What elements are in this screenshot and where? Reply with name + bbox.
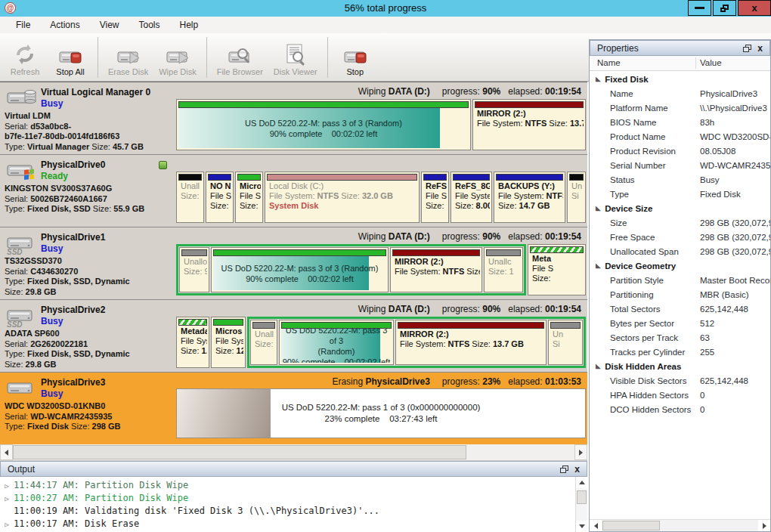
- property-row-partition-style[interactable]: Partition StyleMaster Boot Recor: [590, 273, 770, 287]
- erase-disk-button[interactable]: Erase Disk: [103, 37, 153, 78]
- partition-wipe-progress[interactable]: US DoD 5220.22-M: pass 3 of 3(Random)90%…: [279, 320, 394, 365]
- output-close-icon[interactable]: x: [574, 466, 580, 473]
- property-group-device-geometry[interactable]: ◢Device Geometry: [590, 258, 770, 273]
- partition-backups-y[interactable]: BACKUPS (Y:)File System: NTFSSize: 14.7 …: [494, 172, 565, 223]
- expand-arrow-icon[interactable]: ▷: [0, 480, 14, 493]
- output-log-line[interactable]: ▷11:00:17 AM: Disk Erase: [0, 518, 575, 530]
- output-vscroll-thumb[interactable]: [577, 490, 587, 504]
- menu-tools[interactable]: Tools: [129, 18, 170, 32]
- properties-float-icon[interactable]: [743, 45, 751, 52]
- output-float-icon[interactable]: [560, 466, 568, 473]
- disk-row-physicaldrive1[interactable]: SSDPhysicalDrive1BusyTS32GSSD370Serial: …: [0, 227, 587, 300]
- scroll-left-button[interactable]: [0, 444, 13, 460]
- output-log-line[interactable]: 11:00:19 AM: Validating disk 'Fixed Disk…: [0, 505, 575, 518]
- stop-all-button[interactable]: Stop All: [48, 37, 93, 78]
- properties-close-icon[interactable]: x: [757, 45, 763, 52]
- erase-progress-box[interactable]: US DoD 5220.22-M: pass 1 of 3 (0x0000000…: [176, 388, 586, 438]
- property-row-product-revision[interactable]: Product Revision08.05J08: [590, 144, 770, 158]
- menu-help[interactable]: Help: [170, 18, 209, 32]
- restore-button[interactable]: [713, 0, 736, 16]
- property-row-type[interactable]: TypeFixed Disk: [590, 187, 770, 201]
- property-row-bytes-per-sector[interactable]: Bytes per Sector512: [590, 316, 770, 330]
- property-row-tracks-per-cylinder[interactable]: Tracks per Cylinder255: [590, 345, 770, 359]
- close-button[interactable]: x: [738, 0, 771, 16]
- file-browser-button[interactable]: File Browser: [212, 37, 268, 78]
- disk-row-physicaldrive2[interactable]: SSDPhysicalDrive2BusyADATA SP600Serial: …: [0, 300, 587, 373]
- property-row-free-space[interactable]: Free Space298 GB (320,072,93: [590, 230, 770, 244]
- partition-unallc[interactable]: UnallcSize: 1: [484, 247, 523, 292]
- partition-wipe-progress[interactable]: US DoD 5220.22-M: pass 3 of 3 (Random)90…: [211, 247, 389, 292]
- menu-actions[interactable]: Actions: [40, 18, 89, 32]
- props-scroll-left-button[interactable]: [590, 520, 602, 531]
- partition-wipe-progress[interactable]: US DoD 5220.22-M: pass 3 of 3 (Random)90…: [176, 99, 471, 150]
- partition-meta[interactable]: MetaFile SSize:: [528, 244, 586, 295]
- disk-viewer-button[interactable]: Disk Viewer: [268, 37, 323, 78]
- partition-unall[interactable]: UnallSize:: [176, 172, 204, 223]
- menu-file[interactable]: File: [6, 18, 40, 32]
- expand-arrow-icon[interactable]: ▷: [0, 493, 14, 506]
- partition-type-bar: [423, 174, 447, 181]
- partition-unallo[interactable]: UnalloSize: 9: [179, 247, 209, 292]
- hscroll-thumb[interactable]: [13, 445, 466, 459]
- column-header-name[interactable]: Name: [597, 58, 621, 67]
- partition-un[interactable]: UnSi: [548, 320, 583, 365]
- property-row-unallocated-span[interactable]: Unallocated Span298 GB (320,072,93: [590, 244, 770, 258]
- partition-micros[interactable]: MicrosFile SystSize: 12: [211, 317, 246, 368]
- partition-mirror-2[interactable]: MIRROR (2:)File System: NTFS Size: 13.7 …: [390, 247, 482, 292]
- props-hscroll-thumb[interactable]: [602, 521, 660, 530]
- partition-mirror-2[interactable]: MIRROR (2:)File System: NTFS Size: 13.7 …: [472, 99, 586, 150]
- property-row-sectors-per-track[interactable]: Sectors per Track63: [590, 330, 770, 345]
- property-row-visible-disk-sectors[interactable]: Visible Disk Sectors625,142,448: [590, 373, 770, 388]
- property-row-total-sectors[interactable]: Total Sectors625,142,448: [590, 302, 770, 316]
- property-row-name[interactable]: NamePhysicalDrive3: [590, 86, 770, 101]
- output-scroll-up-button[interactable]: [576, 477, 587, 488]
- expand-arrow-icon[interactable]: ▷: [0, 518, 14, 531]
- partition-metada[interactable]: MetadaFile SystSize: 1.0: [176, 317, 209, 368]
- property-row-platform-name[interactable]: Platform Name\\.\PhysicalDrive3: [590, 101, 770, 115]
- property-row-product-name[interactable]: Product NameWDC WD3200SD-0: [590, 129, 770, 144]
- property-group-device-size[interactable]: ◢Device Size: [590, 201, 770, 215]
- partition-unall[interactable]: UnallSize: (: [250, 320, 277, 365]
- partition-label-line: BACKUPS (Y:): [498, 181, 561, 191]
- property-row-serial-number[interactable]: Serial NumberWD-WCAMR2435: [590, 158, 770, 172]
- partition-label-line: Unall: [181, 181, 200, 191]
- property-row-bios-name[interactable]: BIOS Name83h: [590, 115, 770, 129]
- group-expanded-icon[interactable]: ◢: [596, 262, 600, 269]
- property-row-dco-hidden-sectors[interactable]: DCO Hidden Sectors0: [590, 402, 770, 416]
- partition-local-disk-c[interactable]: Local Disk (C:)File System: NTFS Size: 3…: [265, 172, 420, 223]
- partition-label-line: System Disk: [269, 201, 415, 211]
- minimize-button[interactable]: [688, 0, 711, 16]
- property-group-fixed-disk[interactable]: ◢Fixed Disk: [590, 72, 770, 86]
- partition-refs-8g[interactable]: ReFS_8GFile SysteSize: 8.00: [451, 172, 492, 223]
- partition-micro[interactable]: MicroFile SySize: 1: [235, 172, 263, 223]
- refresh-button[interactable]: Refresh: [2, 37, 48, 78]
- partition-no-n[interactable]: NO NFile SSize:: [206, 172, 234, 223]
- partition-refs[interactable]: ReFSFile SSize:: [421, 172, 449, 223]
- partition-label: UnalloSize: 9: [181, 256, 207, 290]
- disk-row-virtual-logical-manager-0[interactable]: Virtual Logical Manager 0BusyVirtual LDM…: [0, 82, 587, 155]
- disk-row-physicaldrive0[interactable]: PhysicalDrive0ReadyKINGSTON SV300S37A60G…: [0, 155, 587, 227]
- property-group-disk-hidden-areas[interactable]: ◢Disk Hidden Areas: [590, 359, 770, 373]
- group-expanded-icon[interactable]: ◢: [596, 76, 600, 82]
- property-row-status[interactable]: StatusBusy: [590, 172, 770, 187]
- partition-mirror-2[interactable]: MIRROR (2:)File System: NTFS Size: 13.7 …: [395, 320, 547, 365]
- scroll-right-button[interactable]: [574, 444, 587, 460]
- property-row-hpa-hidden-sectors[interactable]: HPA Hidden Sectors0: [590, 388, 770, 402]
- disk-row-physicaldrive3[interactable]: PhysicalDrive3BusyWDC WD3200SD-01KNB0Ser…: [0, 373, 587, 445]
- output-log-line[interactable]: ▷11:00:27 AM: Partition Disk Wipe: [0, 492, 575, 505]
- property-row-size[interactable]: Size298 GB (320,072,93: [590, 215, 770, 230]
- output-scroll-down-button[interactable]: [576, 521, 587, 532]
- group-expanded-icon[interactable]: ◢: [596, 363, 600, 370]
- group-expanded-icon[interactable]: ◢: [596, 205, 600, 212]
- partition-label-line: Size: 1: [488, 267, 519, 277]
- output-log-line[interactable]: ▷11:44:17 AM: Partition Disk Wipe: [0, 479, 575, 492]
- partition-un[interactable]: UnSi: [567, 172, 586, 223]
- stop-button[interactable]: Stop: [333, 37, 378, 78]
- menu-view[interactable]: View: [90, 18, 129, 32]
- property-row-partitioning[interactable]: PartitioningMBR (Basic): [590, 287, 770, 302]
- wipe-disk-button[interactable]: Wipe Disk: [153, 37, 202, 78]
- column-header-value[interactable]: Value: [700, 58, 722, 67]
- column-divider[interactable]: [695, 57, 696, 69]
- props-scroll-right-button[interactable]: [758, 520, 770, 531]
- property-name: Serial Number: [610, 161, 666, 170]
